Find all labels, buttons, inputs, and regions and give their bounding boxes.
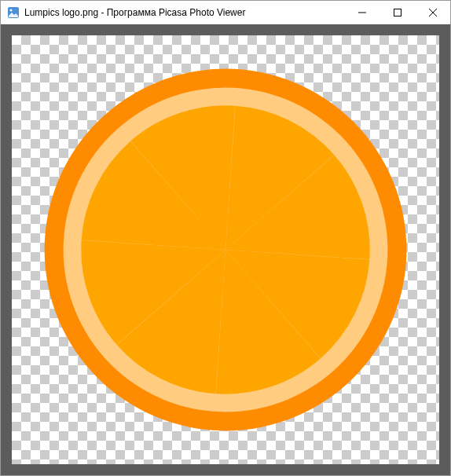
close-icon	[429, 9, 437, 16]
minimize-button[interactable]	[344, 1, 380, 24]
app-window: Lumpics logo.png - Программа Picasa Phot…	[0, 0, 451, 476]
maximize-button[interactable]	[380, 1, 415, 24]
titlebar: Lumpics logo.png - Программа Picasa Phot…	[1, 1, 450, 24]
lumpics-logo-image	[37, 61, 414, 438]
minimize-icon	[358, 9, 366, 16]
window-controls	[344, 1, 450, 24]
svg-rect-3	[394, 9, 401, 16]
app-icon	[7, 6, 20, 19]
close-button[interactable]	[415, 1, 450, 24]
viewer-content	[1, 24, 450, 475]
maximize-icon	[394, 9, 402, 16]
svg-point-1	[10, 9, 13, 11]
window-title: Lumpics logo.png - Программа Picasa Phot…	[24, 7, 344, 18]
transparency-canvas	[12, 35, 439, 464]
